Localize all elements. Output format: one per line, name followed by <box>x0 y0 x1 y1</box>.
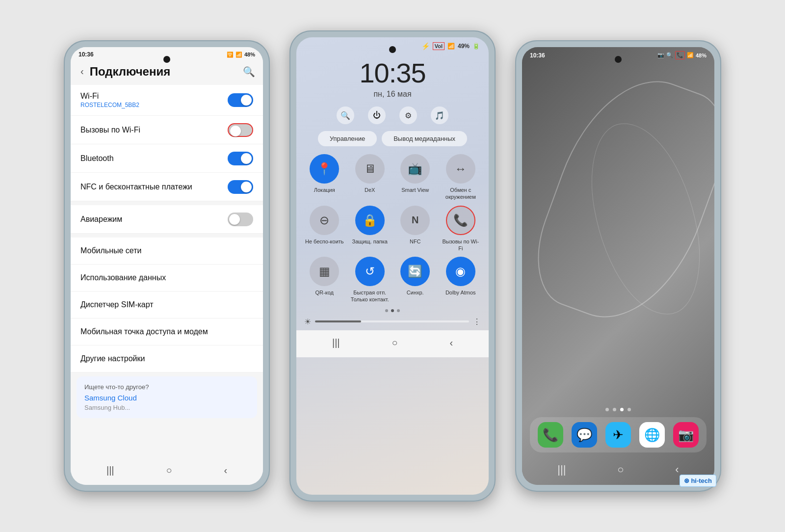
home-button-1[interactable]: ○ <box>156 463 182 478</box>
qp-dot-2 <box>391 309 394 312</box>
secure-folder-tile-icon[interactable]: 🔒 <box>355 206 385 235</box>
samsung-hub-link[interactable]: Samsung Hub... <box>84 404 249 411</box>
nfc-label: NFC и бесконтактные платежи <box>80 183 228 191</box>
home-status-time: 10:36 <box>530 52 545 59</box>
suggestion-title: Ищете что-то другое? <box>84 383 249 391</box>
wifi-toggle[interactable] <box>228 93 253 107</box>
qp-manage-button[interactable]: Управление <box>318 131 377 146</box>
bluetooth-toggle-knob <box>241 153 252 164</box>
dolby-tile-icon[interactable]: ◉ <box>446 257 475 286</box>
recent-apps-button[interactable]: ||| <box>97 463 124 478</box>
qp-tile-dnd[interactable]: ⊖ Не беспо-коить <box>304 206 345 252</box>
dock-telegram-app[interactable]: ✈ <box>605 422 631 448</box>
front-camera-2 <box>389 46 396 53</box>
suggestion-box: Ищете что-то другое? Samsung Cloud Samsu… <box>77 376 257 418</box>
wifi-calls-setting-item[interactable]: Вызовы по Wi-Fi <box>71 116 263 144</box>
wifi-calls-tile-label: Вызовы по Wi-Fi <box>441 238 481 252</box>
qp-tile-share[interactable]: ↔ Обмен с окружением <box>441 154 481 201</box>
back-nav-button-1[interactable]: ‹ <box>214 463 237 478</box>
data-usage-item[interactable]: Использование данных <box>71 265 263 292</box>
home-screen: 10:36 📷 🔍 📞 📶 48% <box>522 47 714 485</box>
qp-tile-sync[interactable]: 🔄 Синхр. <box>395 257 436 303</box>
dock-camera-app[interactable]: 📷 <box>673 422 699 448</box>
back-nav-button-2[interactable]: ‹ <box>440 335 463 350</box>
dock-phone-app[interactable]: 📞 <box>538 422 563 448</box>
sim-manager-item[interactable]: Диспетчер SIM-карт <box>71 292 263 319</box>
qp-buttons-row: Управление Вывод медиаданных <box>296 131 489 154</box>
location-tile-label: Локация <box>314 186 335 193</box>
nfc-setting-item[interactable]: NFC и бесконтактные платежи <box>71 173 263 201</box>
qp-tile-dolby[interactable]: ◉ Dolby Atmos <box>441 257 481 303</box>
front-camera-1 <box>163 56 170 63</box>
settings-search-button[interactable]: 🔍 <box>243 66 255 78</box>
qp-tile-secure-folder[interactable]: 🔒 Защищ. папка <box>350 206 391 252</box>
qp-grid-row2: ⊖ Не беспо-коить 🔒 Защищ. папка N NFC 📞 … <box>296 206 489 252</box>
nfc-tile-icon[interactable]: N <box>400 206 430 235</box>
qp-dot-3 <box>397 309 400 312</box>
qp-search-icon[interactable]: 🔍 <box>337 106 354 124</box>
sim-manager-label: Диспетчер SIM-карт <box>80 300 154 309</box>
wifi-calls-label: Вызовы по Wi-Fi <box>80 126 228 134</box>
data-usage-label: Использование данных <box>80 273 166 282</box>
dnd-tile-icon[interactable]: ⊖ <box>310 206 339 235</box>
airplane-setting-item[interactable]: Авиарежим <box>71 205 263 234</box>
qp-tile-nfc[interactable]: N NFC <box>395 206 436 252</box>
location-tile-icon[interactable]: 📍 <box>310 154 339 184</box>
brightness-bar[interactable] <box>315 320 469 322</box>
bluetooth-setting-item[interactable]: Bluetooth <box>71 144 263 173</box>
dock-chrome-app[interactable]: 🌐 <box>639 422 665 448</box>
bluetooth-label: Bluetooth <box>80 154 228 163</box>
samsung-cloud-link[interactable]: Samsung Cloud <box>84 394 249 402</box>
status-wifi-icon: 🛜 <box>227 52 234 58</box>
bluetooth-toggle[interactable] <box>228 152 253 165</box>
home-dot-1 <box>605 408 609 411</box>
status-battery-1: 48% <box>244 52 255 57</box>
qp-top-icons: 🔍 ⏻ ⚙ 🎵 <box>296 106 489 131</box>
qp-tile-smart-view[interactable]: 📺 Smart View <box>395 154 436 201</box>
home-button-2[interactable]: ○ <box>382 335 407 350</box>
hotspot-item[interactable]: Мобильная точка доступа и модем <box>71 319 263 346</box>
other-settings-item[interactable]: Другие настройки <box>71 346 263 372</box>
home-dot-4 <box>628 408 631 411</box>
nfc-toggle[interactable] <box>228 180 253 194</box>
brightness-more-icon[interactable]: ⋮ <box>473 317 481 326</box>
smart-view-tile-icon[interactable]: 📺 <box>400 154 430 184</box>
qp-power-icon[interactable]: ⏻ <box>368 106 386 124</box>
wifi-setting-item[interactable]: Wi-Fi ROSTELECOM_5BB2 <box>71 85 263 116</box>
qp-signal-bars: 📶 <box>447 43 455 50</box>
wifi-calls-toggle[interactable] <box>228 123 253 137</box>
sync-tile-icon[interactable]: 🔄 <box>400 257 430 286</box>
wifi-calls-tile-icon[interactable]: 📞 <box>446 206 475 235</box>
qp-settings-icon[interactable]: ⚙ <box>399 106 417 124</box>
quick-share-tile-icon[interactable]: ↺ <box>355 257 385 286</box>
dex-tile-icon[interactable]: 🖥 <box>355 154 385 184</box>
qp-tile-wifi-calls[interactable]: 📞 Вызовы по Wi-Fi <box>441 206 481 252</box>
home-signal-icon: 📶 <box>687 52 694 58</box>
qp-tile-qr[interactable]: ▦ QR-код <box>304 257 345 303</box>
home-dock: 📞 💬 ✈ 🌐 📷 <box>522 404 714 457</box>
recent-apps-button-2[interactable]: ||| <box>322 335 350 350</box>
nfc-tile-label: NFC <box>410 238 421 245</box>
qp-tile-quick-share[interactable]: ↺ Быстрая отп. Только контакт. <box>350 257 391 303</box>
qp-media-output-button[interactable]: Вывод медиаданных <box>382 131 467 146</box>
back-button[interactable]: ‹ <box>78 64 86 79</box>
phone-3: 10:36 📷 🔍 📞 📶 48% <box>515 40 721 492</box>
dnd-tile-label: Не беспо-коить <box>305 238 344 245</box>
brightness-low-icon: ☀ <box>304 317 311 326</box>
mobile-networks-item[interactable]: Мобильные сети <box>71 238 263 265</box>
status-time-1: 10:36 <box>78 51 94 58</box>
brightness-control[interactable]: ☀ ⋮ <box>296 315 489 330</box>
bt-status-icon: ⚡ <box>421 42 430 50</box>
airplane-toggle[interactable] <box>228 213 253 226</box>
qp-music-icon[interactable]: 🎵 <box>431 106 448 124</box>
qp-tile-dex[interactable]: 🖥 DeX <box>350 154 391 201</box>
brightness-fill <box>315 320 361 322</box>
qp-tile-location[interactable]: 📍 Локация <box>304 154 345 201</box>
qp-battery-icon: 🔋 <box>472 43 480 50</box>
dock-messages-app[interactable]: 💬 <box>572 422 597 448</box>
recent-apps-button-3[interactable]: ||| <box>550 461 574 478</box>
home-button-3[interactable]: ○ <box>609 461 631 478</box>
qr-tile-icon[interactable]: ▦ <box>310 257 339 286</box>
share-tile-label: Обмен с окружением <box>441 186 481 201</box>
share-tile-icon[interactable]: ↔ <box>446 154 475 184</box>
